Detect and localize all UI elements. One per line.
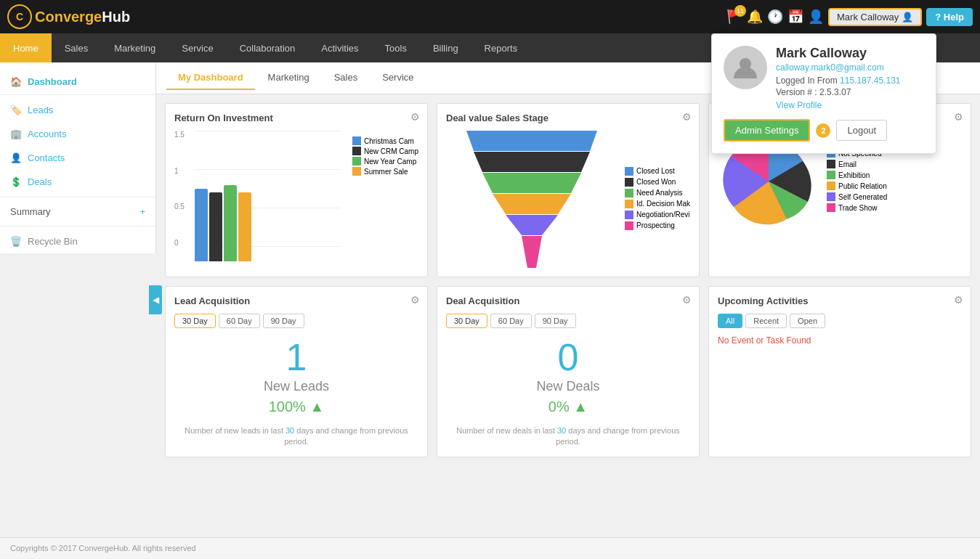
nav-collaboration[interactable]: Collaboration bbox=[227, 33, 309, 62]
tab-sales[interactable]: Sales bbox=[323, 66, 370, 90]
widget-row-2: Lead Acquisition ⚙ 30 Day 60 Day 90 Day … bbox=[165, 286, 971, 457]
pie-legend: Not Specified Email Exhibition bbox=[827, 149, 887, 214]
sidebar-item-deals[interactable]: 💲 Deals bbox=[0, 170, 155, 194]
sidebar-item-contacts[interactable]: 👤 Contacts bbox=[0, 146, 155, 170]
nav-marketing[interactable]: Marketing bbox=[101, 33, 169, 62]
nav-billing[interactable]: Billing bbox=[420, 33, 471, 62]
deal-acq-tab-60[interactable]: 60 Day bbox=[490, 314, 532, 328]
sidebar-item-leads[interactable]: 🏷️ Leads bbox=[0, 98, 155, 122]
popup-view-profile-link[interactable]: View Profile bbox=[776, 100, 822, 110]
nav-activities[interactable]: Activities bbox=[308, 33, 371, 62]
funnel-layer-5 bbox=[459, 215, 604, 235]
sidebar-accounts-label: Accounts bbox=[28, 128, 66, 139]
funnel-legend-1: Closed Lost bbox=[625, 167, 690, 176]
contacts-icon: 👤 bbox=[10, 152, 22, 163]
funnel-label-5: Negotiation/Revi bbox=[636, 211, 689, 219]
tab-my-dashboard[interactable]: My Dashboard bbox=[166, 66, 255, 90]
logo-converge: Converge bbox=[35, 9, 102, 25]
pie-legend-6: Trade Show bbox=[827, 203, 887, 212]
deal-acq-tab-30[interactable]: 30 Day bbox=[446, 314, 487, 328]
logo-hub: Hub bbox=[102, 9, 130, 25]
logout-button[interactable]: Logout bbox=[836, 120, 887, 141]
logo: C ConvergeHub bbox=[7, 4, 130, 29]
funnel-chart bbox=[446, 131, 617, 268]
popup-email[interactable]: calloway.mark0@gmail.com bbox=[776, 62, 900, 73]
lead-acq-gear-icon[interactable]: ⚙ bbox=[410, 294, 420, 306]
pie-swatch-2 bbox=[827, 160, 835, 168]
pie-swatch-3 bbox=[827, 171, 835, 179]
pie-legend-3: Exhibition bbox=[827, 171, 887, 179]
pie-label-6: Trade Show bbox=[838, 204, 878, 212]
nav-reports[interactable]: Reports bbox=[471, 33, 531, 62]
sidebar-summary-section: Summary + bbox=[0, 200, 155, 223]
header: C ConvergeHub 🚩 11 🔔 🕐 📅 👤 Mark Calloway… bbox=[0, 0, 980, 33]
clock-icon[interactable]: 🕐 bbox=[767, 9, 783, 25]
leads-source-gear-icon[interactable]: ⚙ bbox=[954, 111, 963, 123]
pie-label-4: Public Relation bbox=[838, 182, 887, 190]
pie-legend-2: Email bbox=[827, 160, 887, 168]
user-button[interactable]: Mark Calloway 👤 bbox=[828, 8, 922, 26]
sidebar-divider-3 bbox=[0, 226, 155, 227]
roi-bar-black-1 bbox=[209, 192, 222, 261]
funnel-label-4: Id. Decision Mak bbox=[636, 200, 690, 208]
nav-sales[interactable]: Sales bbox=[52, 33, 102, 62]
lead-acq-title: Lead Acquisition bbox=[174, 295, 418, 306]
lead-acq-tab-30[interactable]: 30 Day bbox=[174, 314, 216, 328]
nav-tools[interactable]: Tools bbox=[372, 33, 420, 62]
sidebar-deals-label: Deals bbox=[28, 176, 52, 187]
funnel-swatch-6 bbox=[625, 221, 633, 230]
ua-tab-recent[interactable]: Recent bbox=[745, 314, 787, 328]
admin-settings-button[interactable]: Admin Settings bbox=[724, 119, 810, 142]
lead-acq-number: 1 bbox=[174, 338, 418, 376]
tab-service[interactable]: Service bbox=[370, 66, 425, 90]
sidebar-item-accounts[interactable]: 🏢 Accounts bbox=[0, 122, 155, 146]
sidebar-recycle-label: Recycle Bin bbox=[28, 236, 78, 247]
popup-header: Mark Calloway calloway.mark0@gmail.com L… bbox=[724, 46, 924, 110]
funnel-layer-1 bbox=[459, 131, 604, 151]
sidebar-dashboard-label: Dashboard bbox=[28, 76, 77, 87]
funnel-gear-icon[interactable]: ⚙ bbox=[682, 111, 692, 123]
bell-icon[interactable]: 🔔 bbox=[747, 9, 763, 25]
upcoming-title: Upcoming Activities bbox=[718, 295, 962, 306]
roi-gear-icon[interactable]: ⚙ bbox=[410, 111, 420, 123]
funnel-legend-5: Negotiation/Revi bbox=[625, 211, 690, 219]
nav-home[interactable]: Home bbox=[0, 33, 52, 62]
footer: Copyrights © 2017 ConvergeHub. All right… bbox=[0, 537, 980, 558]
funnel-swatch-1 bbox=[625, 167, 633, 176]
ua-tab-all[interactable]: All bbox=[718, 314, 742, 328]
roi-bar-blue-1 bbox=[195, 189, 208, 261]
pie-label-3: Exhibition bbox=[838, 171, 870, 179]
tab-marketing[interactable]: Marketing bbox=[256, 66, 321, 90]
sidebar-divider-1 bbox=[0, 94, 155, 95]
ua-tab-open[interactable]: Open bbox=[790, 314, 825, 328]
sidebar-item-recycle[interactable]: 🗑️ Recycle Bin bbox=[0, 229, 155, 253]
pie-legend-4: Public Relation bbox=[827, 181, 887, 190]
funnel-title: Deal value Sales Stage bbox=[446, 113, 690, 123]
flag-icon[interactable]: 🚩 11 bbox=[726, 9, 742, 25]
help-button[interactable]: ? Help bbox=[926, 8, 973, 26]
roi-legend-crm-label: New CRM Camp bbox=[364, 147, 418, 155]
sidebar-item-dashboard[interactable]: 🏠 Dashboard bbox=[0, 70, 155, 91]
lead-acq-tab-60[interactable]: 60 Day bbox=[219, 314, 260, 328]
upcoming-gear-icon[interactable]: ⚙ bbox=[954, 294, 963, 306]
person-icon[interactable]: 👤 bbox=[808, 9, 824, 25]
roi-y-1: 1 bbox=[174, 167, 192, 175]
lead-acq-tab-90[interactable]: 90 Day bbox=[263, 314, 304, 328]
pie-label-2: Email bbox=[838, 160, 857, 168]
ua-empty-message: No Event or Task Found bbox=[718, 335, 962, 346]
calendar-icon[interactable]: 📅 bbox=[787, 9, 803, 25]
lead-acq-note: Number of new leads in last 30 days and … bbox=[174, 425, 418, 448]
sidebar-collapse-button[interactable]: ◀ bbox=[149, 285, 162, 314]
add-summary-icon[interactable]: + bbox=[139, 206, 145, 217]
roi-legend-newyear: New Year Camp bbox=[352, 157, 418, 166]
deal-acq-tab-90[interactable]: 90 Day bbox=[535, 314, 576, 328]
funnel-layer-3 bbox=[459, 173, 604, 193]
avatar-svg bbox=[732, 54, 758, 81]
nav-service[interactable]: Service bbox=[169, 33, 226, 62]
roi-y-0: 0 bbox=[174, 239, 192, 247]
deal-acq-note: Number of new deals in last 30 days and … bbox=[446, 425, 690, 448]
roi-swatch-blue bbox=[352, 136, 361, 145]
deal-acq-gear-icon[interactable]: ⚙ bbox=[682, 294, 692, 306]
sidebar-summary-label: Summary bbox=[10, 206, 51, 217]
popup-logged-in: Logged In From 115.187.45.131 bbox=[776, 76, 900, 86]
